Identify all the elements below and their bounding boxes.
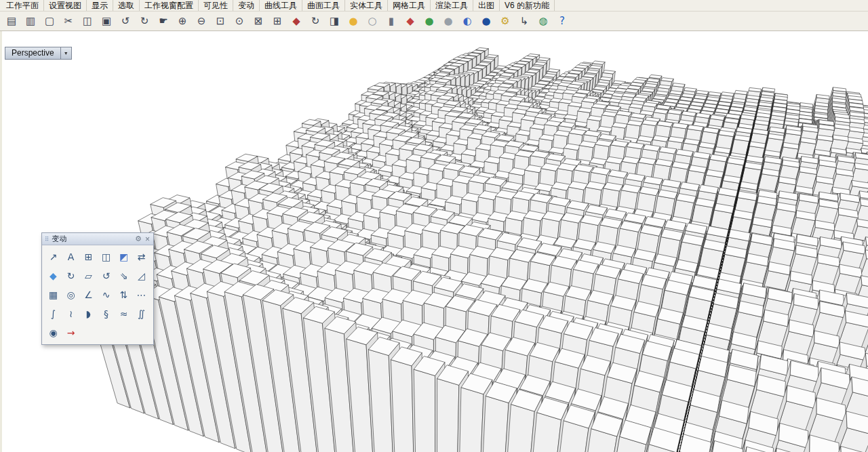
rotate-view-button[interactable]: ↻: [307, 12, 325, 30]
render-shaded-button[interactable]: ◆: [401, 12, 420, 30]
menu-item-mesh-tools[interactable]: 网格工具: [388, 0, 431, 11]
lamp-off-button[interactable]: ○: [363, 12, 382, 30]
menu-item-render-tools[interactable]: 渲染工具: [431, 0, 473, 11]
options-button[interactable]: ⚙: [496, 12, 515, 30]
undo-button[interactable]: ↺: [117, 12, 135, 30]
rhino-window: 工作平面设置视图显示选取工作视窗配置可见性变动曲线工具曲面工具实体工具网格工具渲…: [0, 0, 868, 452]
close-icon[interactable]: ×: [144, 236, 151, 243]
panel-title: 变动: [52, 234, 133, 244]
menu-item-transform[interactable]: 变动: [233, 0, 260, 11]
menu-bar: 工作平面设置视图显示选取工作视窗配置可见性变动曲线工具曲面工具实体工具网格工具渲…: [0, 0, 868, 12]
save-button[interactable]: ▤: [3, 12, 21, 30]
panel-title-bar[interactable]: ⠿ 变动 ⚙ ×: [42, 233, 153, 245]
lock-button[interactable]: ▮: [382, 12, 401, 30]
bend-button[interactable]: ∫: [44, 304, 62, 323]
rotate-button[interactable]: ↻: [62, 266, 80, 285]
render-raytraced-button[interactable]: ◐: [458, 12, 477, 30]
transform-toolbar-panel[interactable]: ⠿ 变动 ⚙ × ↗A⊞◫◩⇄◆↻▱↺⇘◿▦◎∠∿⇅⋯∫≀◗§≈∬◉→: [41, 232, 154, 345]
rotate-3d-button[interactable]: ↺: [97, 266, 115, 285]
chevron-down-icon[interactable]: ▼: [61, 47, 72, 60]
orient-button[interactable]: A: [62, 247, 80, 266]
slant-button[interactable]: ∠: [79, 285, 98, 304]
lamp-on-button[interactable]: ●: [344, 12, 363, 30]
flow-on-surface-button[interactable]: ∬: [132, 304, 151, 323]
taper-button[interactable]: ◿: [132, 266, 151, 285]
zoom-selected-button[interactable]: ⊙: [231, 12, 249, 30]
revolve-button[interactable]: ◗: [79, 304, 98, 323]
menu-item-cplane[interactable]: 工作平面: [1, 0, 44, 11]
menu-item-surface-tools[interactable]: 曲面工具: [302, 0, 345, 11]
paste-button[interactable]: ▣: [98, 12, 116, 30]
array-button[interactable]: ⊞: [79, 247, 98, 266]
menu-item-set-view[interactable]: 设置视图: [44, 0, 87, 11]
smooth-button[interactable]: ≈: [115, 304, 133, 323]
array-polar-button[interactable]: ◎: [62, 285, 80, 304]
panel-body: ↗A⊞◫◩⇄◆↻▱↺⇘◿▦◎∠∿⇅⋯∫≀◗§≈∬◉→: [42, 245, 153, 344]
render-ghosted-button[interactable]: ●: [420, 12, 439, 30]
flow-button[interactable]: ≀: [62, 304, 80, 323]
swap-button[interactable]: ⇄: [132, 247, 151, 266]
distribute-button[interactable]: ⋯: [132, 285, 151, 304]
mirror-button[interactable]: ◫: [97, 247, 115, 266]
zoom-out-button[interactable]: ⊖: [193, 12, 211, 30]
viewport-tab[interactable]: Perspective ▼: [5, 47, 72, 60]
move-button[interactable]: ↗: [44, 247, 62, 266]
new-document-button[interactable]: ▢: [41, 12, 59, 30]
array-vertical-button[interactable]: ⇅: [115, 285, 133, 304]
render-artistic-button[interactable]: ●: [477, 12, 496, 30]
menu-item-display[interactable]: 显示: [87, 0, 113, 11]
zoom-extents-button[interactable]: ⊠: [250, 12, 268, 30]
help-button[interactable]: ?: [553, 12, 572, 30]
array-along-curve-button[interactable]: ∿: [97, 285, 115, 304]
menu-item-select[interactable]: 选取: [113, 0, 140, 11]
perspective-viewport[interactable]: Perspective ▼ ⠿ 变动 ⚙ × ↗A⊞◫◩⇄◆↻▱↺⇘◿▦◎∠∿⇅…: [0, 31, 868, 452]
menu-item-visibility[interactable]: 可见性: [199, 0, 233, 11]
zoom-window-button[interactable]: ⊡: [212, 12, 230, 30]
pan-view-button[interactable]: ☛: [155, 12, 173, 30]
zoom-in-button[interactable]: ⊕: [174, 12, 192, 30]
orient-on-surface-button[interactable]: ◩: [115, 247, 133, 266]
menu-item-curve-tools[interactable]: 曲线工具: [260, 0, 302, 11]
shear-button[interactable]: ▱: [79, 266, 98, 285]
scale-button[interactable]: ⇘: [115, 266, 133, 285]
menu-item-viewport-layout[interactable]: 工作视窗配置: [140, 0, 199, 11]
menu-item-solid-tools[interactable]: 实体工具: [345, 0, 388, 11]
viewport-tab-label[interactable]: Perspective: [5, 47, 61, 60]
panel-grip-icon: ⠿: [45, 236, 50, 243]
menu-item-new-in-v6[interactable]: V6 的新功能: [500, 0, 555, 11]
redo-button[interactable]: ↻: [136, 12, 154, 30]
apply-transform-button[interactable]: →: [62, 323, 80, 342]
set-view-button[interactable]: ◨: [326, 12, 344, 30]
gear-icon[interactable]: ⚙: [135, 234, 142, 243]
viewport-grid-button[interactable]: ⊞: [269, 12, 287, 30]
render-rendered-button[interactable]: ●: [439, 12, 458, 30]
maelstrom-button[interactable]: ◉: [44, 323, 62, 342]
menu-item-drafting[interactable]: 出图: [473, 0, 500, 11]
array-rectangular-button[interactable]: ▦: [44, 285, 62, 304]
main-toolbar: ▤▥▢✂◫▣↺↻☛⊕⊖⊡⊙⊠⊞◆↻◨●○▮◆●●◐●⚙↳◍?: [0, 12, 868, 31]
cut-button[interactable]: ✂: [60, 12, 78, 30]
copy-button[interactable]: ◫: [79, 12, 97, 30]
earth-button[interactable]: ◍: [534, 12, 553, 30]
named-view-button[interactable]: ◆: [288, 12, 306, 30]
twist-button[interactable]: §: [97, 304, 115, 323]
copy-to-layer-button[interactable]: ↳: [515, 12, 534, 30]
soft-move-button[interactable]: ◆: [44, 266, 62, 285]
print-button[interactable]: ▥: [22, 12, 40, 30]
